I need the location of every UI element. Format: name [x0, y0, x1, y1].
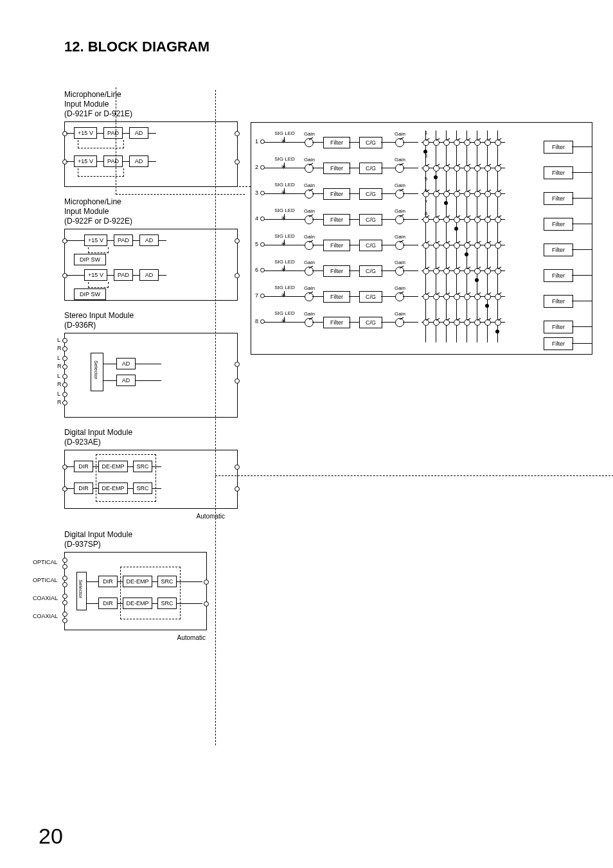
- wire: [403, 322, 418, 323]
- wire: [403, 193, 418, 194]
- matrix-crosspoint: [474, 139, 481, 146]
- page-number: 20: [39, 824, 63, 849]
- matrix-crosspoint: [443, 242, 450, 249]
- gain-knob-icon: [305, 190, 314, 199]
- wire: [403, 245, 418, 245]
- wire: [284, 265, 285, 270]
- ad-block: AD: [139, 269, 159, 281]
- wire: [312, 142, 323, 143]
- filter-block: Filter: [323, 188, 350, 200]
- gain-knob-icon: [305, 215, 314, 224]
- matrix-crosspoint: [454, 191, 460, 197]
- matrix-crosspoint: [474, 242, 481, 249]
- cg-block: C/G: [359, 188, 382, 200]
- r-label: R: [57, 345, 62, 351]
- wire: [152, 466, 161, 467]
- input-port: [62, 564, 67, 569]
- cg-block: C/G: [359, 291, 382, 303]
- matrix-crosspoint: [474, 319, 481, 326]
- input-port: [62, 159, 67, 164]
- filter-block: Filter: [323, 317, 350, 328]
- wire: [312, 193, 323, 194]
- wire: [572, 275, 592, 276]
- gain-knob-icon: [305, 138, 314, 147]
- input-port: [62, 612, 67, 617]
- gain-knob-icon: [395, 138, 404, 147]
- matrix-bus-vline: [487, 130, 488, 342]
- dir-block: DIR: [74, 461, 93, 472]
- wire: [159, 275, 166, 276]
- phantom-block: +15 V: [84, 235, 107, 246]
- matrix-tap-dot: [454, 227, 458, 231]
- cg-block: C/G: [359, 163, 382, 174]
- wire: [349, 219, 359, 220]
- wire: [118, 603, 123, 604]
- matrix-crosspoint: [495, 165, 501, 172]
- led-icon: ✳: [281, 137, 286, 145]
- wire: [152, 603, 157, 604]
- output-filter-block: Filter: [544, 295, 573, 308]
- wire: [136, 380, 161, 381]
- wire: [97, 133, 103, 134]
- wire: [349, 296, 359, 297]
- sig-led-label: SIG LED: [272, 156, 298, 162]
- wire: [403, 219, 418, 220]
- wire: [349, 142, 359, 143]
- mid-bus-dash: [215, 475, 613, 476]
- phantom-block: +15 V: [84, 269, 107, 281]
- matrix-tap-dot: [485, 304, 489, 308]
- input-port: [62, 486, 67, 492]
- gain-label: Gain: [395, 208, 405, 214]
- wire: [312, 270, 323, 271]
- input-port: [62, 400, 67, 405]
- led-icon: ✳: [281, 215, 286, 222]
- input-port: [62, 576, 67, 581]
- wire: [312, 322, 323, 323]
- sig-led-label: SIG LED: [272, 130, 298, 136]
- output-filter-block: Filter: [544, 321, 573, 333]
- gain-knob-icon: [305, 267, 314, 276]
- filter-block: Filter: [323, 214, 350, 226]
- channel-number: 2: [255, 164, 258, 170]
- matrix-crosspoint: [443, 217, 450, 223]
- gain-label: Gain: [304, 260, 315, 265]
- output-filter-block: Filter: [544, 269, 573, 282]
- output-port: [235, 378, 240, 384]
- wire: [284, 214, 285, 219]
- optical-label: OPTICAL: [33, 559, 58, 565]
- filter-block: Filter: [323, 265, 350, 277]
- digital-module-1: DIR DE-EMP SRC DIR DE-EMP SRC: [64, 450, 238, 509]
- ad-block: AD: [116, 358, 136, 369]
- matrix-bus-vline: [436, 130, 436, 342]
- l-label: L: [57, 391, 60, 397]
- wire: [136, 364, 161, 364]
- ad-block: AD: [139, 235, 159, 246]
- matrix-crosspoint: [423, 242, 429, 249]
- matrix-crosspoint: [433, 294, 440, 300]
- gain-knob-icon: [395, 318, 404, 327]
- matrix-crosspoint: [423, 319, 429, 326]
- wire: [128, 488, 133, 489]
- matrix-col-label: 5: [421, 176, 431, 182]
- matrix-tap-dot: [434, 175, 438, 179]
- matrix-col-label: 3: [421, 153, 431, 159]
- wire: [403, 296, 418, 297]
- matrix-crosspoint: [464, 294, 470, 300]
- wire: [572, 301, 592, 301]
- sig-led-label: SIG LED: [272, 310, 298, 316]
- wire: [264, 296, 305, 297]
- matrix-bus-vline: [446, 130, 447, 342]
- wire: [381, 245, 395, 245]
- matrix-crosspoint: [464, 217, 470, 223]
- led-icon: ✳: [281, 266, 286, 273]
- matrix-crosspoint: [474, 165, 481, 172]
- matrix-crosspoint: [495, 191, 501, 197]
- wire: [572, 146, 592, 147]
- wire: [97, 161, 103, 162]
- wire: [264, 322, 305, 323]
- wire: [264, 168, 305, 168]
- cg-block: C/G: [359, 137, 382, 148]
- cg-block: C/G: [359, 317, 382, 328]
- matrix-crosspoint: [464, 139, 470, 146]
- l-label: L: [57, 355, 60, 361]
